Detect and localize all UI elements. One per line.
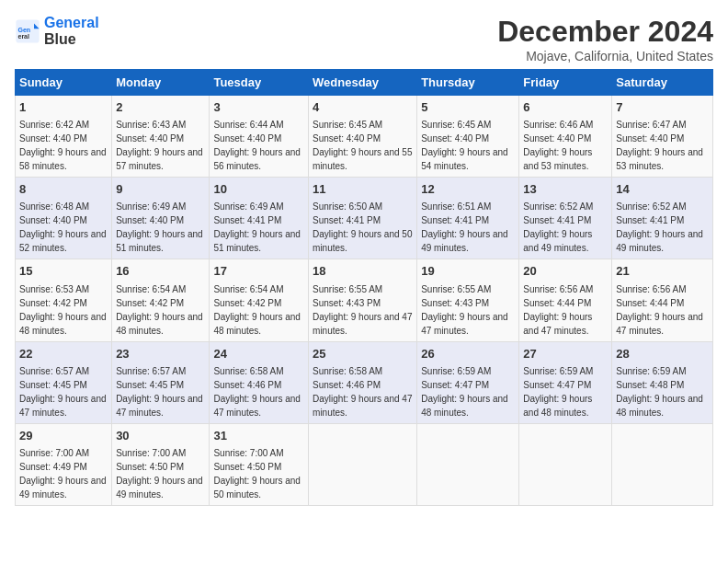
day-number: 24 xyxy=(213,346,304,362)
calendar-cell: 29Sunrise: 7:00 AMSunset: 4:49 PMDayligh… xyxy=(16,423,112,505)
calendar-header-row: SundayMondayTuesdayWednesdayThursdayFrid… xyxy=(16,70,713,96)
sunrise-info: Sunrise: 6:48 AMSunset: 4:40 PMDaylight:… xyxy=(19,201,107,253)
sunrise-info: Sunrise: 6:42 AMSunset: 4:40 PMDaylight:… xyxy=(19,120,107,171)
calendar-cell: 3Sunrise: 6:44 AMSunset: 4:40 PMDaylight… xyxy=(210,96,309,178)
day-number: 26 xyxy=(421,346,515,362)
sunrise-info: Sunrise: 6:49 AMSunset: 4:40 PMDaylight:… xyxy=(116,201,203,253)
calendar-cell: 20Sunrise: 6:56 AMSunset: 4:44 PMDayligh… xyxy=(519,259,612,341)
sunrise-info: Sunrise: 6:56 AMSunset: 4:44 PMDaylight:… xyxy=(523,284,593,336)
sunrise-info: Sunrise: 7:00 AMSunset: 4:49 PMDaylight:… xyxy=(19,448,107,500)
day-number: 21 xyxy=(616,263,709,280)
day-number: 29 xyxy=(19,428,108,444)
calendar-cell: 6Sunrise: 6:46 AMSunset: 4:40 PMDaylight… xyxy=(519,96,612,178)
calendar-cell: 9Sunrise: 6:49 AMSunset: 4:40 PMDaylight… xyxy=(112,178,210,259)
calendar-cell: 13Sunrise: 6:52 AMSunset: 4:41 PMDayligh… xyxy=(519,178,612,259)
sunrise-info: Sunrise: 6:58 AMSunset: 4:46 PMDaylight:… xyxy=(313,366,412,418)
calendar-cell: 23Sunrise: 6:57 AMSunset: 4:45 PMDayligh… xyxy=(112,341,210,423)
calendar-cell: 25Sunrise: 6:58 AMSunset: 4:46 PMDayligh… xyxy=(309,341,417,423)
sunrise-info: Sunrise: 7:00 AMSunset: 4:50 PMDaylight:… xyxy=(213,448,301,500)
page-title: December 2024 xyxy=(497,15,713,49)
header: Gen eral General Blue December 2024 Moja… xyxy=(15,15,713,63)
day-number: 16 xyxy=(116,263,205,280)
calendar-cell: 31Sunrise: 7:00 AMSunset: 4:50 PMDayligh… xyxy=(210,423,309,505)
calendar-cell: 10Sunrise: 6:49 AMSunset: 4:41 PMDayligh… xyxy=(210,178,309,259)
day-number: 1 xyxy=(19,99,108,116)
calendar-cell: 21Sunrise: 6:56 AMSunset: 4:44 PMDayligh… xyxy=(612,259,713,341)
day-number: 31 xyxy=(213,428,304,444)
calendar-cell: 22Sunrise: 6:57 AMSunset: 4:45 PMDayligh… xyxy=(16,341,112,423)
sunrise-info: Sunrise: 6:45 AMSunset: 4:40 PMDaylight:… xyxy=(421,120,508,171)
calendar-cell: 15Sunrise: 6:53 AMSunset: 4:42 PMDayligh… xyxy=(16,259,112,341)
sunrise-info: Sunrise: 6:59 AMSunset: 4:48 PMDaylight:… xyxy=(616,366,703,418)
day-number: 4 xyxy=(313,99,413,116)
calendar-cell: 5Sunrise: 6:45 AMSunset: 4:40 PMDaylight… xyxy=(417,96,519,178)
calendar-week-row: 22Sunrise: 6:57 AMSunset: 4:45 PMDayligh… xyxy=(16,341,713,423)
col-header-monday: Monday xyxy=(112,70,210,96)
sunrise-info: Sunrise: 6:47 AMSunset: 4:40 PMDaylight:… xyxy=(616,120,703,171)
day-number: 28 xyxy=(616,346,709,362)
calendar-cell: 7Sunrise: 6:47 AMSunset: 4:40 PMDaylight… xyxy=(612,96,713,178)
calendar-table: SundayMondayTuesdayWednesdayThursdayFrid… xyxy=(15,69,713,506)
day-number: 3 xyxy=(213,99,304,116)
calendar-cell: 18Sunrise: 6:55 AMSunset: 4:43 PMDayligh… xyxy=(309,259,417,341)
day-number: 2 xyxy=(116,99,205,116)
sunrise-info: Sunrise: 6:54 AMSunset: 4:42 PMDaylight:… xyxy=(213,284,301,336)
calendar-cell: 26Sunrise: 6:59 AMSunset: 4:47 PMDayligh… xyxy=(417,341,519,423)
calendar-cell: 2Sunrise: 6:43 AMSunset: 4:40 PMDaylight… xyxy=(112,96,210,178)
sunrise-info: Sunrise: 6:55 AMSunset: 4:43 PMDaylight:… xyxy=(313,284,412,336)
page-subtitle: Mojave, California, United States xyxy=(497,49,713,63)
day-number: 6 xyxy=(523,99,608,116)
day-number: 10 xyxy=(213,181,304,198)
logo-text: General Blue xyxy=(44,15,99,47)
sunrise-info: Sunrise: 6:58 AMSunset: 4:46 PMDaylight:… xyxy=(213,366,301,418)
day-number: 11 xyxy=(313,181,413,198)
sunrise-info: Sunrise: 6:44 AMSunset: 4:40 PMDaylight:… xyxy=(213,120,301,171)
day-number: 19 xyxy=(421,263,515,280)
col-header-thursday: Thursday xyxy=(417,70,519,96)
col-header-friday: Friday xyxy=(519,70,612,96)
col-header-saturday: Saturday xyxy=(612,70,713,96)
day-number: 27 xyxy=(523,346,608,362)
calendar-cell xyxy=(417,423,519,505)
day-number: 12 xyxy=(421,181,515,198)
calendar-cell: 12Sunrise: 6:51 AMSunset: 4:41 PMDayligh… xyxy=(417,178,519,259)
calendar-cell: 8Sunrise: 6:48 AMSunset: 4:40 PMDaylight… xyxy=(16,178,112,259)
day-number: 30 xyxy=(116,428,205,444)
calendar-cell: 14Sunrise: 6:52 AMSunset: 4:41 PMDayligh… xyxy=(612,178,713,259)
calendar-cell: 11Sunrise: 6:50 AMSunset: 4:41 PMDayligh… xyxy=(309,178,417,259)
day-number: 23 xyxy=(116,346,205,362)
day-number: 13 xyxy=(523,181,608,198)
calendar-cell: 27Sunrise: 6:59 AMSunset: 4:47 PMDayligh… xyxy=(519,341,612,423)
sunrise-info: Sunrise: 6:54 AMSunset: 4:42 PMDaylight:… xyxy=(116,284,203,336)
logo: Gen eral General Blue xyxy=(15,15,99,47)
day-number: 5 xyxy=(421,99,515,116)
day-number: 15 xyxy=(19,263,108,280)
sunrise-info: Sunrise: 6:51 AMSunset: 4:41 PMDaylight:… xyxy=(421,201,508,253)
calendar-week-row: 15Sunrise: 6:53 AMSunset: 4:42 PMDayligh… xyxy=(16,259,713,341)
sunrise-info: Sunrise: 6:57 AMSunset: 4:45 PMDaylight:… xyxy=(116,366,203,418)
sunrise-info: Sunrise: 6:59 AMSunset: 4:47 PMDaylight:… xyxy=(523,366,593,418)
col-header-sunday: Sunday xyxy=(16,70,112,96)
day-number: 9 xyxy=(116,181,205,198)
calendar-cell xyxy=(612,423,713,505)
col-header-wednesday: Wednesday xyxy=(309,70,417,96)
sunrise-info: Sunrise: 6:53 AMSunset: 4:42 PMDaylight:… xyxy=(19,284,107,336)
sunrise-info: Sunrise: 6:52 AMSunset: 4:41 PMDaylight:… xyxy=(523,201,593,253)
calendar-cell: 17Sunrise: 6:54 AMSunset: 4:42 PMDayligh… xyxy=(210,259,309,341)
title-area: December 2024 Mojave, California, United… xyxy=(497,15,713,63)
calendar-cell xyxy=(309,423,417,505)
svg-text:Gen: Gen xyxy=(18,27,31,33)
sunrise-info: Sunrise: 6:49 AMSunset: 4:41 PMDaylight:… xyxy=(213,201,301,253)
calendar-cell: 16Sunrise: 6:54 AMSunset: 4:42 PMDayligh… xyxy=(112,259,210,341)
sunrise-info: Sunrise: 6:46 AMSunset: 4:40 PMDaylight:… xyxy=(523,120,593,171)
svg-text:eral: eral xyxy=(18,33,30,40)
calendar-cell: 19Sunrise: 6:55 AMSunset: 4:43 PMDayligh… xyxy=(417,259,519,341)
calendar-cell: 1Sunrise: 6:42 AMSunset: 4:40 PMDaylight… xyxy=(16,96,112,178)
calendar-week-row: 8Sunrise: 6:48 AMSunset: 4:40 PMDaylight… xyxy=(16,178,713,259)
sunrise-info: Sunrise: 6:56 AMSunset: 4:44 PMDaylight:… xyxy=(616,284,703,336)
day-number: 8 xyxy=(19,181,108,198)
calendar-cell: 28Sunrise: 6:59 AMSunset: 4:48 PMDayligh… xyxy=(612,341,713,423)
calendar-cell: 24Sunrise: 6:58 AMSunset: 4:46 PMDayligh… xyxy=(210,341,309,423)
day-number: 25 xyxy=(313,346,413,362)
calendar-week-row: 1Sunrise: 6:42 AMSunset: 4:40 PMDaylight… xyxy=(16,96,713,178)
